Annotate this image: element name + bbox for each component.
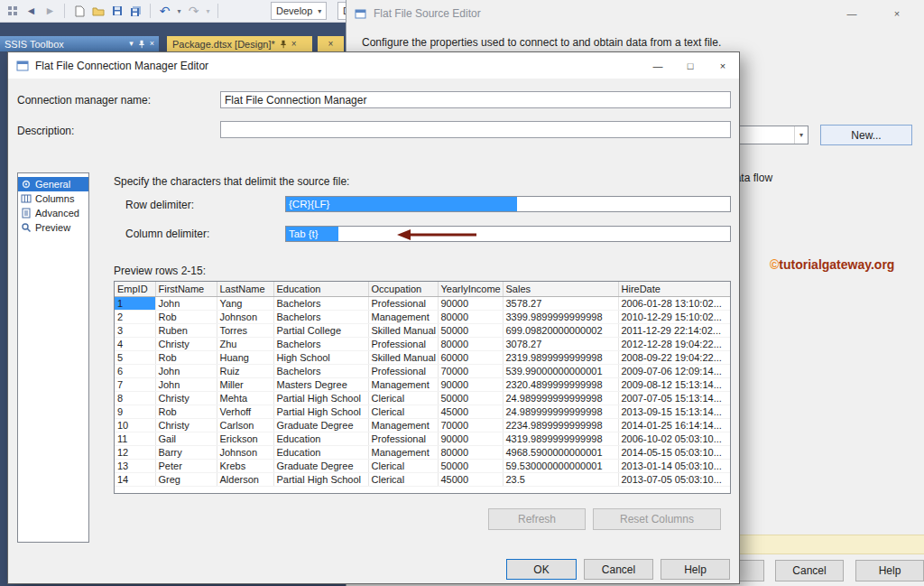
- table-cell[interactable]: 3078.27: [503, 337, 618, 350]
- row-delimiter-input[interactable]: {CR}{LF}: [285, 196, 731, 212]
- table-cell[interactable]: Zhu: [217, 337, 273, 350]
- table-cell[interactable]: Education: [273, 432, 368, 445]
- table-cell[interactable]: Rob: [155, 350, 217, 364]
- table-cell[interactable]: High School: [273, 350, 368, 364]
- table-cell[interactable]: John: [155, 377, 217, 391]
- nav-item-general[interactable]: General: [18, 177, 88, 191]
- table-cell[interactable]: Skilled Manual: [368, 350, 438, 364]
- table-cell[interactable]: 80000: [438, 445, 503, 459]
- table-cell[interactable]: Graduate Degree: [273, 418, 368, 432]
- table-cell[interactable]: Rob: [155, 310, 217, 323]
- description-input[interactable]: [220, 121, 731, 138]
- table-cell[interactable]: Christy: [155, 391, 217, 405]
- table-cell[interactable]: 4: [115, 337, 155, 350]
- help-button[interactable]: Help: [855, 560, 924, 581]
- cancel-button[interactable]: Cancel: [584, 559, 653, 580]
- column-delimiter-input[interactable]: Tab {t}: [285, 226, 731, 242]
- table-cell[interactable]: Carlson: [217, 418, 273, 432]
- table-cell[interactable]: 3399.9899999999998: [503, 310, 618, 323]
- pin-icon[interactable]: [280, 40, 287, 49]
- table-cell[interactable]: 80000: [438, 337, 503, 350]
- column-header[interactable]: YearlyIncome: [438, 282, 503, 296]
- nav-back-icon[interactable]: ◄: [23, 3, 40, 20]
- table-cell[interactable]: 2013-07-05 05:03:10...: [618, 472, 730, 486]
- table-cell[interactable]: John: [155, 296, 217, 310]
- chevron-down-icon[interactable]: ▾: [129, 40, 134, 48]
- table-cell[interactable]: 2009-08-12 15:13:14...: [618, 377, 730, 391]
- maximize-icon[interactable]: □: [674, 52, 707, 79]
- table-cell[interactable]: Partial High School: [273, 472, 368, 486]
- table-cell[interactable]: 2009-07-06 12:09:14...: [618, 364, 730, 377]
- close-icon[interactable]: ×: [291, 40, 297, 49]
- table-cell[interactable]: Krebs: [217, 459, 273, 472]
- table-cell[interactable]: 24.989999999999998: [503, 405, 618, 418]
- table-cell[interactable]: 59.530000000000001: [503, 459, 618, 472]
- table-cell[interactable]: 539.99000000000001: [503, 364, 618, 377]
- table-cell[interactable]: 45000: [438, 472, 503, 486]
- table-cell[interactable]: 50000: [438, 323, 503, 337]
- column-header[interactable]: EmpID: [115, 282, 155, 296]
- table-cell[interactable]: Skilled Manual: [368, 323, 438, 337]
- table-cell[interactable]: 23.5: [503, 472, 618, 486]
- table-cell[interactable]: 45000: [438, 405, 503, 418]
- table-cell[interactable]: Clerical: [368, 391, 438, 405]
- table-cell[interactable]: 4319.9899999999998: [503, 432, 618, 445]
- table-cell[interactable]: Management: [368, 445, 438, 459]
- table-cell[interactable]: 50000: [438, 459, 503, 472]
- table-cell[interactable]: 2006-10-02 05:03:10...: [618, 432, 730, 445]
- table-cell[interactable]: Bachelors: [273, 296, 368, 310]
- tab-partial[interactable]: ×: [318, 36, 344, 51]
- pin-icon[interactable]: [138, 40, 145, 49]
- table-cell[interactable]: Johnson: [217, 310, 273, 323]
- table-cell[interactable]: Ruiz: [217, 364, 273, 377]
- column-header[interactable]: HireDate: [618, 282, 730, 296]
- table-cell[interactable]: 2010-12-29 15:10:02...: [618, 310, 730, 323]
- save-icon[interactable]: [108, 3, 125, 20]
- table-cell[interactable]: Bachelors: [273, 364, 368, 377]
- table-cell[interactable]: Ruben: [155, 323, 217, 337]
- table-cell[interactable]: Yang: [217, 296, 273, 310]
- table-cell[interactable]: Erickson: [217, 432, 273, 445]
- table-cell[interactable]: Professional: [368, 296, 438, 310]
- table-cell[interactable]: 2008-09-22 19:04:22...: [618, 350, 730, 364]
- table-cell[interactable]: 2013-09-15 15:13:14...: [618, 405, 730, 418]
- table-cell[interactable]: Miller: [217, 377, 273, 391]
- table-cell[interactable]: Christy: [155, 418, 217, 432]
- nav-item-advanced[interactable]: Advanced: [18, 206, 88, 220]
- table-cell[interactable]: Partial College: [273, 323, 368, 337]
- table-cell[interactable]: Management: [368, 310, 438, 323]
- table-cell[interactable]: Peter: [155, 459, 217, 472]
- table-cell[interactable]: Graduate Degree: [273, 459, 368, 472]
- table-cell[interactable]: John: [155, 364, 217, 377]
- table-cell[interactable]: Management: [368, 377, 438, 391]
- column-header[interactable]: LastName: [217, 282, 273, 296]
- table-cell[interactable]: 1: [115, 296, 155, 310]
- column-header[interactable]: FirstName: [155, 282, 217, 296]
- table-cell[interactable]: 90000: [438, 377, 503, 391]
- table-cell[interactable]: Greg: [155, 472, 217, 486]
- table-cell[interactable]: Education: [273, 445, 368, 459]
- table-cell[interactable]: Professional: [368, 432, 438, 445]
- table-cell[interactable]: Clerical: [368, 405, 438, 418]
- close-icon[interactable]: ×: [878, 1, 916, 26]
- table-cell[interactable]: 13: [115, 459, 155, 472]
- cancel-button[interactable]: Cancel: [775, 560, 844, 581]
- open-folder-icon[interactable]: [89, 3, 106, 20]
- redo-dropdown-icon[interactable]: ▾: [204, 7, 212, 15]
- table-cell[interactable]: Masters Degree: [273, 377, 368, 391]
- table-cell[interactable]: Torres: [217, 323, 273, 337]
- nav-item-preview[interactable]: Preview: [18, 220, 88, 235]
- table-cell[interactable]: 8: [115, 391, 155, 405]
- table-cell[interactable]: Bachelors: [273, 337, 368, 350]
- table-cell[interactable]: 60000: [438, 350, 503, 364]
- help-button[interactable]: Help: [661, 559, 730, 580]
- table-cell[interactable]: 6: [115, 364, 155, 377]
- table-cell[interactable]: 2234.9899999999998: [503, 418, 618, 432]
- close-icon[interactable]: ×: [707, 52, 739, 79]
- table-cell[interactable]: Bachelors: [273, 310, 368, 323]
- connection-manager-name-input[interactable]: [220, 91, 731, 108]
- table-cell[interactable]: 50000: [438, 391, 503, 405]
- table-cell[interactable]: 2: [115, 310, 155, 323]
- table-cell[interactable]: 24.989999999999998: [503, 391, 618, 405]
- table-cell[interactable]: 90000: [438, 432, 503, 445]
